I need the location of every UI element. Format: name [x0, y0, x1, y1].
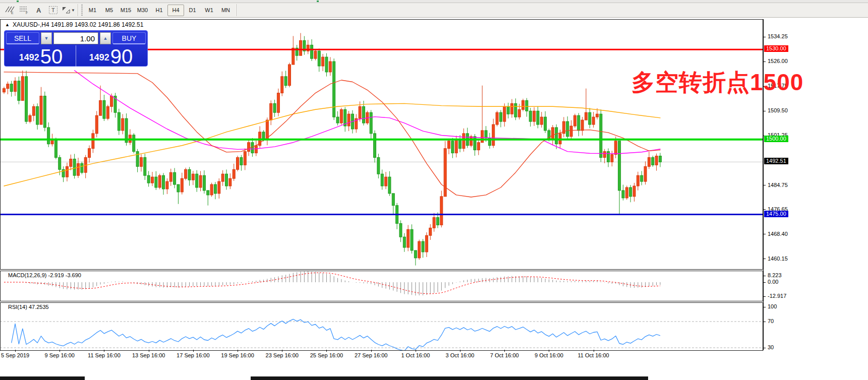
macd-axis-label: -12.917 — [768, 293, 786, 299]
macd-tick — [764, 282, 766, 283]
timeframe-button-M1[interactable]: M1 — [84, 5, 101, 16]
time-tick — [594, 350, 594, 352]
price-tick — [764, 259, 766, 259]
macd-tick — [764, 276, 766, 276]
drawing-tools-group: EFAT▼ — [2, 4, 75, 16]
price-tick — [764, 185, 766, 185]
timeframe-button-H1[interactable]: H1 — [151, 5, 167, 16]
time-axis-label: 9 Oct 16:00 — [535, 352, 563, 358]
timeframe-button-MN[interactable]: MN — [217, 5, 234, 16]
time-axis-label: 19 Sep 16:00 — [221, 352, 254, 358]
sell-price-pips: 50 — [40, 47, 63, 66]
time-tick — [60, 350, 60, 352]
time-axis-label: 11 Sep 16:00 — [88, 352, 121, 358]
time-tick — [104, 350, 104, 352]
text-label-tool[interactable]: A — [31, 4, 46, 16]
rsi-tick — [764, 307, 766, 307]
ma-fast-redorange — [4, 72, 660, 197]
timeframe-button-D1[interactable]: D1 — [184, 5, 201, 16]
time-tick — [15, 350, 16, 352]
arrow-tools[interactable]: ▼ — [61, 4, 75, 16]
price-tick — [764, 37, 766, 37]
sell-price-big-figure: 1492 — [19, 52, 39, 63]
chart-header: ▲ XAUUSD-,H4 1491.89 1493.02 1491.86 149… — [5, 21, 143, 28]
time-tick — [549, 350, 549, 352]
volume-decrease-button[interactable]: ▼ — [41, 32, 52, 44]
price-tick-label: 1526.00 — [768, 58, 788, 64]
rsi-line — [12, 319, 660, 351]
rsi-tick — [764, 348, 766, 348]
timeframe-button-M30[interactable]: M30 — [134, 5, 151, 16]
timeframe-button-W1[interactable]: W1 — [201, 5, 217, 16]
time-axis-label: 23 Sep 16:00 — [266, 352, 299, 358]
time-tick — [326, 350, 327, 352]
price-level-label-1500.00: 1500.00 — [764, 136, 788, 142]
time-axis-label: 25 Sep 16:00 — [310, 352, 343, 358]
clipped-bottom-bar-segment — [251, 376, 648, 380]
time-axis-label: 11 Oct 16:00 — [578, 352, 609, 358]
price-tick — [764, 234, 766, 234]
price-tick-label: 1534.25 — [768, 33, 788, 39]
rsi-label: RSI(14) 47.2535 — [8, 304, 49, 310]
svg-text:T: T — [51, 7, 55, 13]
volume-increase-button[interactable]: ▲ — [100, 32, 111, 44]
rsi-axis-label: 30 — [768, 344, 774, 350]
equidistant-channel-tool-icon: E — [4, 5, 15, 15]
time-axis-label: 5 Sep 2019 — [1, 352, 29, 358]
rsi-axis-label: 100 — [768, 303, 777, 309]
time-axis[interactable]: 5 Sep 20199 Sep 16:0011 Sep 16:0013 Sep … — [0, 350, 763, 362]
toolbar-drag-handle[interactable] — [81, 5, 83, 16]
rsi-axis-label: 70 — [768, 318, 774, 324]
time-tick — [416, 350, 416, 352]
price-tick — [764, 61, 766, 62]
price-level-label-1475.00: 1475.00 — [764, 211, 788, 217]
text-box-tool-icon: T — [48, 5, 59, 15]
sell-button[interactable]: SELL — [6, 32, 39, 44]
buy-button[interactable]: BUY — [112, 32, 146, 44]
rsi-indicator-pane[interactable] — [0, 302, 763, 351]
sell-price[interactable]: 1492 50 — [6, 45, 76, 67]
time-tick — [460, 350, 460, 352]
text-label-tool-icon: A — [33, 5, 44, 15]
time-tick — [371, 350, 372, 352]
buy-price-pips: 90 — [110, 47, 133, 66]
toolbar-separator — [78, 4, 78, 16]
collapse-triangle-icon[interactable]: ▲ — [5, 22, 10, 27]
clipped-bottom-bar-segment — [0, 376, 85, 380]
symbol-ohlc-readout: XAUUSD-,H4 1491.89 1493.02 1491.86 1492.… — [13, 21, 144, 28]
time-tick — [193, 350, 194, 352]
timeframe-group: M1M5M15M30H1H4D1W1MN — [84, 5, 234, 16]
price-tick-label: 1468.40 — [768, 231, 788, 237]
macd-signal-line — [4, 273, 660, 294]
svg-text:F: F — [26, 11, 28, 15]
svg-text:A: A — [36, 7, 41, 14]
time-axis-label: 17 Sep 16:00 — [177, 352, 209, 358]
svg-text:E: E — [11, 11, 14, 15]
toolbar-fragment — [17, 1, 19, 2]
macd-axis-label: 0.00 — [768, 279, 778, 285]
price-tick-label: 1484.75 — [768, 182, 788, 188]
rsi-tick — [764, 322, 766, 322]
macd-label: MACD(12,26,9) -2.919 -3.690 — [8, 272, 81, 278]
time-tick — [282, 350, 282, 352]
price-tick-label: 1509.50 — [768, 107, 788, 113]
volume-input[interactable] — [53, 32, 98, 44]
timeframe-button-H4[interactable]: H4 — [167, 5, 184, 16]
price-level-label-1530.00: 1530.00 — [764, 45, 788, 52]
macd-indicator-pane[interactable] — [0, 271, 763, 301]
equidistant-channel-tool[interactable]: E — [2, 4, 17, 16]
dropdown-caret-icon[interactable]: ▼ — [71, 8, 75, 13]
toolbar-separator — [237, 4, 237, 16]
buy-price-big-figure: 1492 — [89, 52, 109, 63]
time-tick — [149, 350, 149, 352]
buy-price[interactable]: 1492 90 — [76, 45, 146, 67]
chart-annotation-text: 多空转折点1500 — [631, 67, 803, 98]
timeframe-button-M5[interactable]: M5 — [101, 5, 118, 16]
text-box-tool[interactable]: T — [46, 4, 61, 16]
ma-slow-orange — [4, 103, 660, 186]
timeframe-button-M15[interactable]: M15 — [118, 5, 134, 16]
time-tick — [504, 350, 505, 352]
fibonacci-retracement-tool[interactable]: F — [17, 4, 31, 16]
time-axis-label: 9 Sep 16:00 — [45, 352, 75, 358]
time-axis-label: 7 Oct 16:00 — [490, 352, 519, 358]
